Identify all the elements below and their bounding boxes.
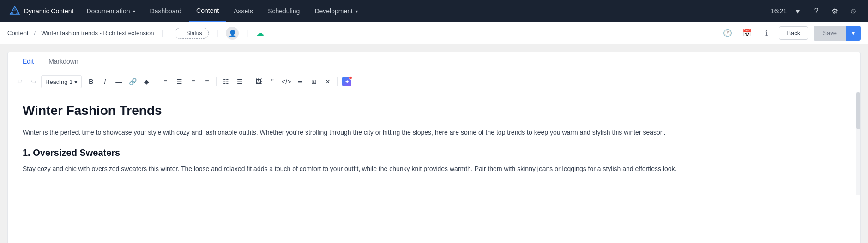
logout-icon[interactable]: ⎋ <box>846 4 861 18</box>
content-paragraph-2: Stay cozy and chic with oversized sweate… <box>23 164 845 175</box>
image-button[interactable]: 🖼 <box>252 75 265 88</box>
breadcrumb-actions: 🕐 📅 ℹ Back Save ▾ <box>721 26 861 41</box>
app-name: Dynamic Content <box>24 7 73 15</box>
tab-markdown[interactable]: Markdown <box>41 52 86 71</box>
highlight-button[interactable]: ◆ <box>140 75 153 88</box>
info-icon[interactable]: ℹ <box>760 26 773 40</box>
avatar-icon-person: 👤 <box>229 30 236 37</box>
nav-item-assets[interactable]: Assets <box>226 0 260 22</box>
editor-wrapper: Winter Fashion Trends Winter is the perf… <box>8 92 860 195</box>
calendar-icon[interactable]: 📅 <box>740 26 754 40</box>
nav-label-content: Content <box>196 7 219 14</box>
nav-label-dashboard: Dashboard <box>150 7 182 15</box>
breadcrumb-pipe: | <box>161 28 163 38</box>
time-dropdown-icon[interactable]: ▾ <box>790 4 805 18</box>
hr-button[interactable]: — <box>112 75 125 88</box>
nav-label-assets: Assets <box>234 7 253 15</box>
editor-content[interactable]: Winter Fashion Trends Winter is the perf… <box>8 92 860 195</box>
nav-item-documentation[interactable]: Documentation ▾ <box>79 0 142 22</box>
clock-time: 16:21 <box>771 7 787 15</box>
heading-select-value: Heading 1 <box>45 78 72 85</box>
breadcrumb-bar: Content / Winter fashion trends - Rich t… <box>0 22 868 44</box>
back-button[interactable]: Back <box>779 26 808 40</box>
undo-button[interactable]: ↩ <box>13 75 26 88</box>
settings-icon[interactable]: ⚙ <box>827 4 842 18</box>
scrollbar-track[interactable] <box>856 92 860 195</box>
content-paragraph-1: Winter is the perfect time to showcase y… <box>23 127 845 138</box>
toolbar-sep-3 <box>249 77 249 86</box>
breadcrumb-pipe2: | <box>216 28 218 38</box>
editor-panel: Edit Markdown ↩ ↪ Heading 1 ▾ B I — 🔗 ◆ … <box>7 52 861 243</box>
ordered-list-button[interactable]: ☰ <box>233 75 246 88</box>
align-justify-button[interactable]: ≡ <box>200 75 213 88</box>
bullet-list-button[interactable]: ☷ <box>219 75 232 88</box>
nav-item-scheduling[interactable]: Scheduling <box>260 0 307 22</box>
align-left-button[interactable]: ≡ <box>159 75 172 88</box>
editor-container: Edit Markdown ↩ ↪ Heading 1 ▾ B I — 🔗 ◆ … <box>0 44 868 243</box>
toolbar-sep-4 <box>337 77 338 86</box>
table-button[interactable]: ⊞ <box>307 75 320 88</box>
quote-button[interactable]: " <box>266 75 279 88</box>
clear-format-button[interactable]: ✕ <box>321 75 334 88</box>
breadcrumb-page: Winter fashion trends - Rich text extens… <box>41 30 154 36</box>
ai-assist-button[interactable]: ✦ <box>340 75 353 88</box>
history-icon[interactable]: 🕐 <box>721 26 735 40</box>
app-logo[interactable]: Dynamic Content <box>4 6 79 17</box>
content-subheading-1: 1. Oversized Sweaters <box>23 148 845 158</box>
align-right-button[interactable]: ≡ <box>187 75 199 88</box>
italic-button[interactable]: I <box>98 75 111 88</box>
editor-tabs: Edit Markdown <box>8 52 860 71</box>
save-dropdown-button[interactable]: ▾ <box>846 26 861 41</box>
breadcrumb-pipe3: | <box>246 28 248 38</box>
user-avatar[interactable]: 👤 <box>226 27 239 40</box>
divider-button[interactable]: ━ <box>294 75 307 88</box>
breadcrumb-separator: / <box>34 30 36 36</box>
tab-edit-label: Edit <box>23 58 34 65</box>
heading-chevron-icon: ▾ <box>74 78 78 85</box>
breadcrumb-root[interactable]: Content <box>7 30 29 36</box>
nav-label-development: Development <box>314 7 353 15</box>
redo-button[interactable]: ↪ <box>27 75 40 88</box>
chevron-down-save-icon: ▾ <box>852 30 855 36</box>
heading-select[interactable]: Heading 1 ▾ <box>41 75 82 88</box>
ai-badge-indicator <box>349 76 352 80</box>
toolbar-sep-1 <box>156 77 156 86</box>
save-button[interactable]: Save <box>814 26 846 41</box>
top-nav: Dynamic Content Documentation ▾ Dashboar… <box>0 0 868 22</box>
chevron-down-icon-dev: ▾ <box>356 9 358 14</box>
align-center-button[interactable]: ☰ <box>173 75 186 88</box>
nav-label-scheduling: Scheduling <box>268 7 300 15</box>
tab-markdown-label: Markdown <box>48 58 78 65</box>
code-button[interactable]: </> <box>280 75 293 88</box>
content-heading: Winter Fashion Trends <box>23 103 845 118</box>
drive-icon <box>9 6 20 17</box>
bold-button[interactable]: B <box>84 75 97 88</box>
save-button-group: Save ▾ <box>814 26 861 41</box>
scrollbar-thumb <box>856 92 860 129</box>
status-button[interactable]: + Status <box>175 28 209 39</box>
chevron-down-icon: ▾ <box>133 9 135 14</box>
cloud-sync-icon[interactable]: ☁ <box>256 28 264 38</box>
help-icon[interactable]: ? <box>809 4 824 18</box>
nav-label-documentation: Documentation <box>86 7 130 15</box>
toolbar-sep-2 <box>216 77 217 86</box>
nav-item-content[interactable]: Content <box>189 0 226 22</box>
link-button[interactable]: 🔗 <box>126 75 139 88</box>
nav-item-dashboard[interactable]: Dashboard <box>143 0 189 22</box>
nav-item-development[interactable]: Development ▾ <box>307 0 365 22</box>
editor-toolbar: ↩ ↪ Heading 1 ▾ B I — 🔗 ◆ ≡ ☰ ≡ ≡ ☷ ☰ 🖼 … <box>8 71 860 92</box>
tab-edit[interactable]: Edit <box>15 52 41 71</box>
nav-right: 16:21 ▾ ? ⚙ ⎋ <box>771 4 864 18</box>
